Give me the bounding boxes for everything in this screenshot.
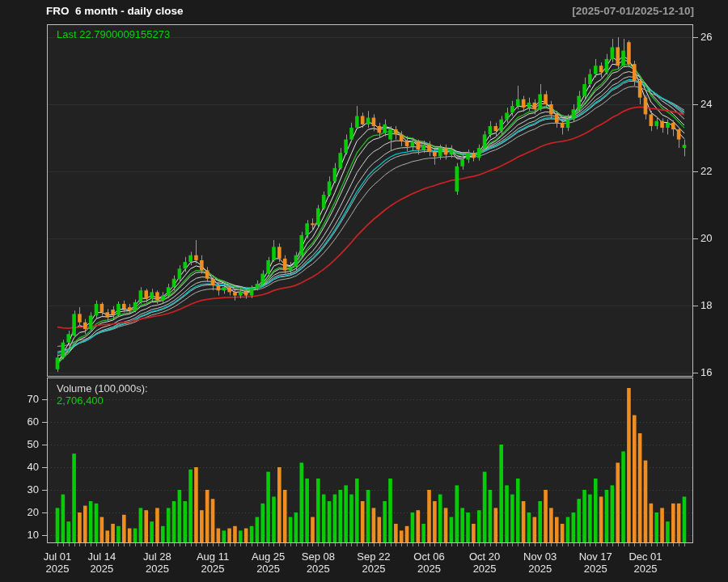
price-tick-label: 20 (700, 232, 712, 244)
date-range-label: [2025-07-01/2025-12-10] (572, 5, 694, 17)
price-tick-label: 18 (700, 299, 712, 311)
price-tick-label: 16 (700, 366, 712, 378)
volume-tick-label: 60 (15, 415, 39, 428)
price-tick-label: 26 (700, 31, 712, 43)
price-tick-label: 22 (700, 165, 712, 177)
x-axis-date-label: Sep 082025 (292, 550, 344, 575)
volume-tick-label: 10 (15, 529, 39, 541)
volume-tick-label: 50 (15, 438, 39, 450)
volume-tick-label: 30 (15, 483, 39, 496)
x-axis-date-label: Dec 012025 (620, 550, 671, 575)
chart-title: FRO 6 month - daily close (46, 5, 184, 17)
x-axis-date-label: Aug 112025 (187, 550, 239, 575)
x-axis-date-label: Sep 222025 (348, 550, 400, 575)
x-axis-date-label: Jul 282025 (131, 550, 183, 575)
last-price-label: Last 22.7900009155273 (57, 28, 170, 40)
price-tick-label: 24 (700, 98, 712, 110)
price-volume-chart-canvas (0, 0, 728, 582)
x-axis-date-label: Jul 142025 (76, 550, 128, 575)
x-axis-date-label: Nov 172025 (569, 550, 621, 575)
x-axis-date-label: Oct 062025 (404, 550, 455, 575)
x-axis-date-label: Aug 252025 (243, 550, 294, 575)
x-axis-date-label: Oct 202025 (459, 550, 510, 575)
x-axis-date-label: Nov 032025 (514, 550, 566, 575)
volume-tick-label: 70 (15, 393, 39, 405)
volume-axis-title: Volume (100,000s): (57, 382, 148, 394)
volume-tick-label: 20 (15, 506, 39, 518)
stock-chart-window: FRO 6 month - daily close [2025-07-01/20… (0, 0, 728, 582)
volume-last-value: 2,706,400 (57, 394, 104, 407)
volume-tick-label: 40 (15, 461, 39, 473)
